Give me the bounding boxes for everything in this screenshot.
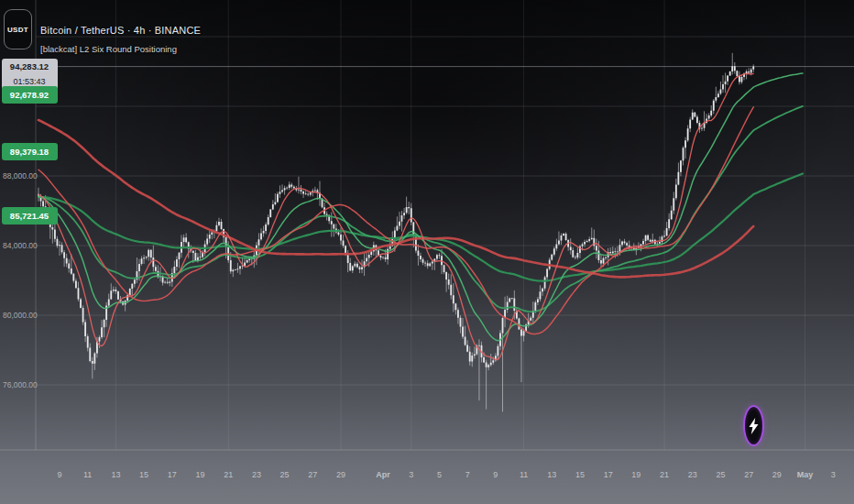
time-tick-label: 17 — [168, 470, 177, 479]
time-tick-label: 19 — [631, 470, 640, 479]
price-axis[interactable]: 88,000.0084,000.0080,000.0076,000.00 — [3, 171, 38, 389]
ma-line-mid-red — [38, 107, 753, 334]
ma-value-label: 92,678.92 — [2, 86, 58, 104]
gridlines-layer — [36, 0, 854, 450]
time-tick-label: 27 — [744, 470, 753, 479]
time-tick-label: 23 — [252, 470, 261, 479]
time-tick-label: 9 — [493, 470, 498, 479]
time-tick-label: 25 — [280, 470, 290, 479]
boost-button[interactable] — [743, 405, 764, 446]
time-tick-label: 29 — [772, 470, 782, 479]
time-tick-label: 11 — [520, 470, 528, 479]
time-tick-label: 3 — [409, 470, 413, 479]
time-tick-label: 21 — [224, 470, 233, 479]
ma-value-label: 85,721.45 — [2, 207, 58, 225]
price-tick-label: 88,000.00 — [3, 171, 38, 181]
time-tick-label: May — [797, 470, 814, 479]
currency-toggle-label: USDT — [7, 26, 28, 34]
time-tick-label: 27 — [308, 470, 317, 479]
price-tick-label: 84,000.00 — [3, 241, 38, 250]
time-tick-label: 3 — [831, 470, 836, 479]
time-tick-label: 9 — [57, 470, 61, 479]
time-tick-label: 29 — [336, 470, 345, 479]
ma-lines-layer — [38, 73, 803, 360]
time-tick-label: 19 — [195, 470, 204, 479]
ma-line-fast-red — [38, 73, 753, 359]
time-tick-label: 5 — [437, 470, 442, 479]
time-tick-label: 15 — [139, 470, 148, 479]
time-tick-label: 17 — [604, 470, 613, 479]
last-price-value: 94,283.12 — [2, 60, 58, 74]
price-tick-label: 76,000.00 — [3, 380, 38, 389]
ma-line-slow-red — [38, 120, 753, 277]
time-tick-label: 13 — [111, 470, 120, 479]
chart-panel: 88,000.0084,000.0080,000.0076,000.009111… — [0, 0, 854, 504]
time-tick-label: 11 — [83, 470, 92, 479]
candles-layer — [38, 53, 753, 412]
time-tick-label: 25 — [716, 470, 725, 479]
time-tick-label: 21 — [660, 470, 669, 479]
currency-toggle-button[interactable]: USDT — [4, 9, 32, 49]
time-tick-label: 13 — [547, 470, 556, 479]
time-tick-label: 23 — [688, 470, 697, 479]
time-tick-label: 15 — [575, 470, 585, 479]
time-tick-label: 7 — [465, 470, 470, 479]
price-tick-label: 80,000.00 — [3, 311, 38, 320]
time-axis[interactable]: 911131517192123252729Apr3579111315171921… — [57, 470, 835, 479]
chart-canvas[interactable]: 88,000.0084,000.0080,000.0076,000.009111… — [0, 0, 854, 504]
time-tick-label: Apr — [376, 470, 390, 479]
lightning-bolt-icon — [749, 418, 759, 434]
ma-value-label: 89,379.18 — [2, 143, 58, 160]
